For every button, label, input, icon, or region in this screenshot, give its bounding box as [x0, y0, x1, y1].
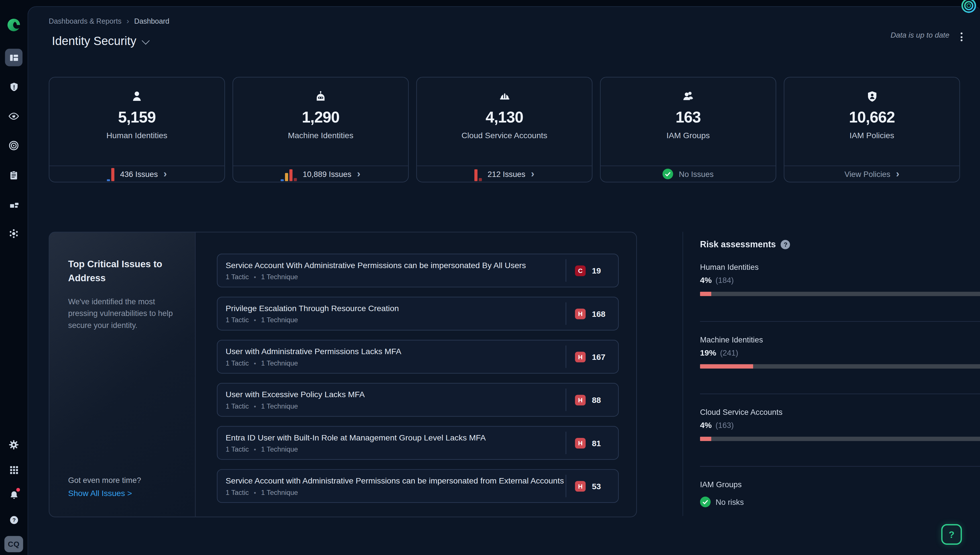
issue-title: Privilege Escalation Through Resource Cr… — [226, 304, 566, 313]
chevron-right-icon: › — [164, 171, 167, 177]
issue-count: 81 — [592, 438, 607, 448]
view-policies-link[interactable]: View Policies › — [784, 166, 959, 182]
settings-button[interactable] — [5, 436, 22, 453]
mini-bar-chart — [107, 167, 114, 181]
chevron-right-icon: › — [896, 171, 899, 177]
issue-row[interactable]: Service Account with Administrative Perm… — [217, 469, 619, 503]
progress-fill — [700, 437, 711, 441]
stat-value: 5,159 — [118, 108, 156, 126]
stat-cards-row: 5,159 Human Identities 436 Issues › — [49, 77, 960, 183]
brand-rings-icon — [959, 0, 978, 18]
critical-issues-list: Service Account With Administrative Perm… — [196, 233, 636, 517]
risk-label: Human Identities — [700, 263, 980, 272]
issue-title: Service Account With Administrative Perm… — [226, 260, 566, 270]
check-circle-icon — [663, 168, 673, 179]
robot-icon — [315, 90, 327, 103]
top-critical-issues-card: Top Critical Issues to Address We've ide… — [49, 232, 637, 517]
issue-title: User with Administrative Permissions Lac… — [226, 347, 566, 356]
issue-row[interactable]: User with Administrative Permissions Lac… — [217, 340, 619, 374]
issue-row[interactable]: Entra ID User with Built-In Role at Mana… — [217, 426, 619, 460]
issue-technique: 1 Technique — [261, 273, 298, 280]
risk-label: IAM Groups — [700, 480, 980, 489]
user-avatar[interactable]: CQ — [4, 536, 23, 552]
progress-fill — [700, 292, 711, 296]
info-help-icon[interactable]: ? — [781, 240, 790, 249]
risk-section-cloud-service-accounts: Cloud Service Accounts 4% (163) — [700, 394, 980, 467]
severity-badge: H — [575, 481, 585, 491]
issue-row[interactable]: Service Account With Administrative Perm… — [217, 253, 619, 287]
more-time-prompt: Got even more time? — [68, 476, 141, 485]
breadcrumb-current: Dashboard — [134, 17, 169, 24]
critical-issues-description: We've identified the most pressing vulne… — [68, 296, 176, 332]
grid-icon — [9, 465, 19, 474]
issue-tactic: 1 Tactic — [226, 445, 249, 453]
card-issues-link[interactable]: 212 Issues › — [417, 166, 592, 182]
progress-bar — [700, 292, 980, 296]
divider — [566, 388, 566, 411]
app-logo-icon[interactable] — [6, 18, 21, 35]
stat-card-cloud-service-accounts: 4,130 Cloud Service Accounts 212 Issues … — [416, 77, 592, 183]
mini-bar-chart — [281, 167, 297, 181]
severity-badge: H — [575, 395, 585, 405]
check-circle-icon — [700, 497, 711, 507]
network-graph-icon — [8, 228, 19, 239]
stat-label: IAM Policies — [850, 130, 894, 140]
dashboard-title-select[interactable]: Identity Security — [52, 34, 149, 48]
issue-technique: 1 Technique — [261, 489, 298, 496]
sidebar-item-scope[interactable] — [5, 137, 22, 154]
issue-tactic: 1 Tactic — [226, 273, 249, 280]
stat-card-machine-identities: 1,290 Machine Identities 10,889 Issues › — [233, 77, 409, 183]
notifications-button[interactable] — [5, 486, 22, 504]
divider — [683, 232, 683, 516]
chevron-right-icon: › — [531, 171, 535, 177]
sidebar-item-issues[interactable] — [5, 78, 22, 95]
progress-bar — [700, 364, 980, 368]
sidebar-item-graph[interactable] — [5, 225, 22, 242]
stat-value: 4,130 — [486, 108, 523, 126]
risk-percent: 4% — [700, 276, 712, 285]
risk-percent: 4% — [700, 420, 712, 430]
apps-grid-button[interactable] — [5, 461, 22, 478]
stat-label: Cloud Service Accounts — [461, 130, 547, 140]
divider — [566, 475, 566, 497]
divider — [566, 302, 566, 325]
risk-section-iam-groups: IAM Groups No risks — [700, 467, 980, 539]
issue-title: User with Excessive Policy Lacks MFA — [226, 390, 566, 399]
show-all-issues-link[interactable]: Show All Issues > — [68, 489, 141, 498]
issue-row[interactable]: User with Excessive Policy Lacks MFA 1 T… — [217, 383, 619, 417]
sidebar-item-visibility[interactable] — [5, 107, 22, 125]
sidebar-item-dashboards[interactable] — [5, 49, 22, 66]
card-issues-link[interactable]: 10,889 Issues › — [233, 166, 408, 182]
issue-count: 168 — [592, 309, 607, 318]
more-options-button[interactable] — [959, 30, 964, 43]
sidebar-item-reports[interactable] — [5, 166, 22, 183]
issue-title: Service Account with Administrative Perm… — [226, 476, 566, 486]
notification-dot — [16, 488, 20, 491]
risk-label: Cloud Service Accounts — [700, 408, 980, 417]
stat-value: 10,662 — [849, 108, 895, 126]
sidebar-item-inventory[interactable] — [5, 196, 22, 213]
severity-badge: C — [575, 265, 585, 276]
no-risks-label: No risks — [716, 497, 744, 506]
issue-row[interactable]: Privilege Escalation Through Resource Cr… — [217, 297, 619, 330]
no-issues-label: No Issues — [679, 170, 714, 178]
svg-text:?: ? — [12, 517, 15, 523]
issue-technique: 1 Technique — [261, 402, 298, 410]
support-help-button[interactable]: ? — [941, 524, 962, 545]
stat-label: Machine Identities — [288, 130, 353, 140]
issues-count-label: 212 Issues — [487, 170, 525, 178]
risk-label: Machine Identities — [700, 335, 980, 344]
issue-tactic: 1 Tactic — [226, 316, 249, 323]
risk-count: (163) — [715, 421, 734, 430]
issue-technique: 1 Technique — [261, 316, 298, 323]
people-icon — [681, 90, 695, 103]
severity-badge: H — [575, 351, 585, 362]
left-nav-rail: ? CQ — [0, 0, 27, 555]
help-button[interactable]: ? — [5, 511, 22, 528]
shield-person-icon — [866, 90, 878, 103]
stat-value: 1,290 — [302, 108, 339, 126]
card-issues-link[interactable]: 436 Issues › — [49, 166, 224, 182]
view-policies-label: View Policies — [844, 170, 890, 178]
issue-count: 19 — [592, 266, 607, 275]
breadcrumb-root[interactable]: Dashboards & Reports — [49, 17, 121, 24]
